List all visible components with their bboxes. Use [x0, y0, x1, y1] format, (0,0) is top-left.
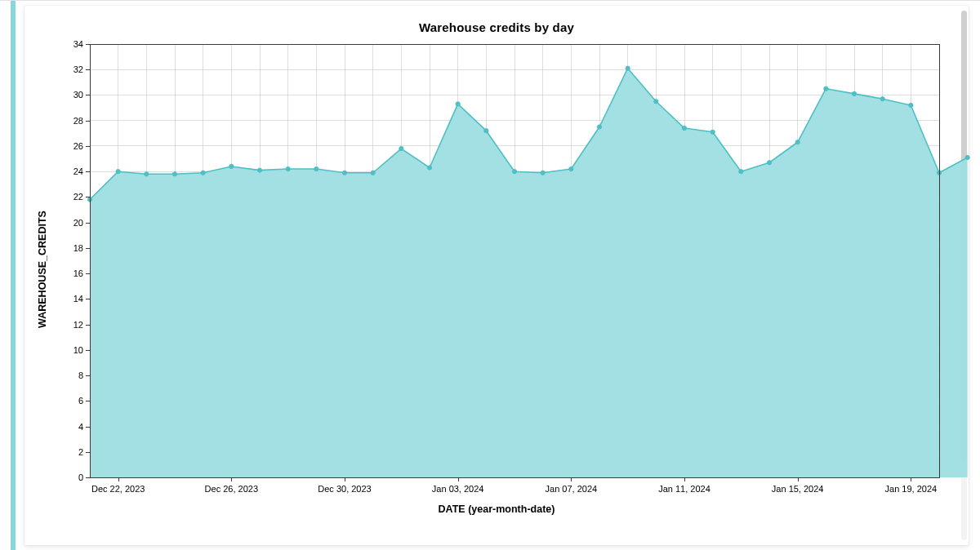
data-point[interactable]	[314, 166, 318, 171]
y-tick-label: 8	[78, 370, 90, 380]
series-area	[90, 69, 968, 477]
x-tick-label: Jan 15, 2024	[772, 484, 824, 494]
data-point[interactable]	[371, 171, 375, 175]
data-point[interactable]	[342, 171, 346, 175]
y-tick-label: 14	[74, 294, 90, 304]
y-tick-label: 0	[78, 472, 90, 482]
y-tick-label: 32	[74, 64, 90, 74]
chart-title: Warehouse credits by day	[47, 20, 946, 34]
chart-panel: Warehouse credits by day WAREHOUSE_CREDI…	[24, 6, 969, 545]
data-point[interactable]	[116, 170, 120, 174]
x-tick-label: Jan 19, 2024	[885, 484, 938, 494]
data-point[interactable]	[965, 155, 969, 159]
y-axis-label: WAREHOUSE_CREDITS	[37, 211, 48, 328]
y-tick-label: 30	[74, 90, 90, 100]
data-point[interactable]	[399, 146, 403, 150]
data-point[interactable]	[880, 97, 884, 101]
data-point[interactable]	[201, 171, 205, 175]
y-tick-label: 26	[74, 141, 90, 151]
page-root: Warehouse credits by day WAREHOUSE_CREDI…	[0, 0, 980, 550]
data-point[interactable]	[654, 100, 658, 104]
plot-box: WAREHOUSE_CREDITS 0246810121416182022242…	[47, 39, 946, 499]
chart-svg	[90, 44, 939, 477]
y-tick-label: 18	[74, 243, 90, 253]
y-tick-label: 22	[74, 192, 90, 202]
y-tick-label: 12	[74, 320, 90, 330]
y-tick-label: 24	[74, 166, 90, 176]
x-tick-label: Jan 11, 2024	[658, 484, 710, 494]
y-tick-label: 28	[74, 116, 90, 126]
data-point[interactable]	[824, 86, 828, 91]
data-point[interactable]	[172, 172, 176, 176]
data-point[interactable]	[682, 126, 686, 130]
x-tick-label: Dec 22, 2023	[91, 484, 145, 494]
data-point[interactable]	[767, 161, 771, 165]
y-tick-label: 2	[78, 447, 90, 457]
data-point[interactable]	[484, 129, 488, 133]
data-point[interactable]	[597, 125, 601, 129]
data-point[interactable]	[795, 140, 800, 144]
x-tick-label: Jan 07, 2024	[546, 484, 598, 494]
y-tick-label: 20	[74, 218, 90, 228]
y-tick-label: 6	[78, 396, 90, 406]
data-point[interactable]	[626, 66, 630, 70]
x-axis-label: DATE (year-month-date)	[47, 503, 946, 515]
y-tick-label: 10	[74, 345, 90, 355]
data-point[interactable]	[427, 166, 431, 170]
data-point[interactable]	[541, 171, 545, 175]
y-tick-label: 4	[78, 422, 90, 432]
x-tick-label: Dec 26, 2023	[205, 484, 258, 494]
y-tick-label: 34	[74, 39, 90, 49]
data-point[interactable]	[456, 102, 460, 106]
x-tick-label: Jan 03, 2024	[432, 484, 484, 494]
data-point[interactable]	[710, 130, 715, 134]
data-point[interactable]	[286, 166, 290, 171]
data-point[interactable]	[512, 170, 516, 174]
data-point[interactable]	[909, 103, 913, 107]
data-point[interactable]	[145, 172, 149, 176]
chart-wrap: Warehouse credits by day WAREHOUSE_CREDI…	[47, 20, 946, 524]
data-point[interactable]	[257, 168, 261, 172]
data-point[interactable]	[569, 166, 573, 171]
x-tick-label: Dec 30, 2023	[318, 484, 371, 494]
data-point[interactable]	[852, 91, 856, 95]
accent-bar	[11, 1, 16, 550]
plot-area	[90, 44, 939, 477]
data-point[interactable]	[739, 170, 743, 174]
y-tick-label: 16	[74, 268, 90, 278]
data-point[interactable]	[229, 164, 234, 168]
